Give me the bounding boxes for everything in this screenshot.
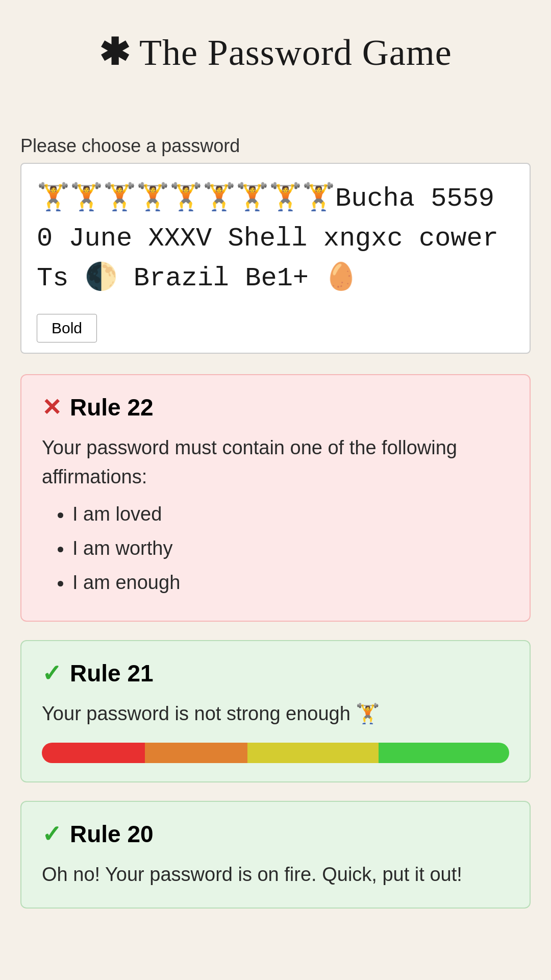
list-item: I am loved (72, 500, 509, 529)
rule-22-text: Your password must contain one of the fo… (42, 437, 457, 487)
strength-bar (42, 743, 509, 763)
rule-20-card: ✓ Rule 20 Oh no! Your password is on fir… (20, 801, 531, 909)
rule-21-header: ✓ Rule 21 (42, 659, 509, 687)
strength-orange (145, 743, 248, 763)
rule-20-header: ✓ Rule 20 (42, 820, 509, 848)
rule-22-label: Rule 22 (70, 394, 154, 421)
password-label: Please choose a password (20, 135, 531, 157)
rule-21-label: Rule 21 (70, 659, 154, 687)
rule-22-body: Your password must contain one of the fo… (42, 433, 509, 597)
rule-21-body: Your password is not strong enough 🏋️ (42, 699, 509, 763)
rule-20-body: Oh no! Your password is on fire. Quick, … (42, 860, 509, 889)
pass-icon: ✓ (42, 659, 62, 687)
pass-icon-2: ✓ (42, 820, 62, 848)
password-content: 🏋️🏋️🏋️🏋️🏋️🏋️🏋️🏋️🏋️Bucha 5559 0 June XXXV… (37, 179, 514, 299)
rule-20-label: Rule 20 (70, 820, 154, 848)
list-item: I am enough (72, 568, 509, 597)
password-input-container[interactable]: 🏋️🏋️🏋️🏋️🏋️🏋️🏋️🏋️🏋️Bucha 5559 0 June XXXV… (20, 163, 531, 354)
rule-20-text: Oh no! Your password is on fire. Quick, … (42, 864, 462, 885)
rule-21-card: ✓ Rule 21 Your password is not strong en… (20, 640, 531, 782)
fail-icon: ✕ (42, 394, 62, 421)
page-title: ✱ The Password Game (20, 31, 531, 74)
strength-red (42, 743, 145, 763)
rule-22-header: ✕ Rule 22 (42, 394, 509, 421)
bold-button[interactable]: Bold (37, 314, 97, 342)
title-text: The Password Game (139, 32, 452, 73)
strength-green (379, 743, 509, 763)
rule-21-text: Your password is not strong enough 🏋️ (42, 703, 380, 724)
rule-22-list: I am loved I am worthy I am enough (42, 500, 509, 597)
list-item: I am worthy (72, 534, 509, 563)
strength-yellow (247, 743, 378, 763)
rule-22-card: ✕ Rule 22 Your password must contain one… (20, 374, 531, 622)
title-asterisk: ✱ (99, 32, 130, 73)
